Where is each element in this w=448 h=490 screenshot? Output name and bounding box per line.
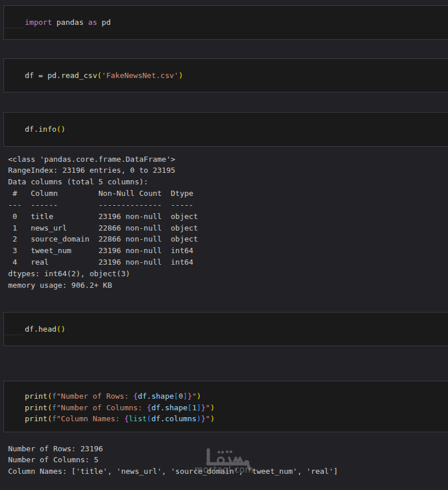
code-cell-df-head[interactable]: df.head() [3, 312, 448, 347]
code-editor-df-head[interactable]: df.head() [4, 313, 448, 346]
cell-gutter-divider [4, 335, 24, 335]
code-cell-import-pandas[interactable]: import pandas as pd [3, 5, 448, 40]
code-editor-df-info[interactable]: df.info() [4, 113, 448, 146]
cell-gutter-divider [4, 28, 24, 28]
code-editor-print-shape[interactable]: print(f"Number of Rows: {df.shape[0]}")p… [4, 381, 448, 432]
code-cell-print-shape[interactable]: print(f"Number of Rows: {df.shape[0]}")p… [3, 381, 448, 432]
code-editor-read-csv[interactable]: df = pd.read_csv('FakeNewsNet.csv') [4, 59, 448, 92]
code-cell-df-info[interactable]: df.info() [3, 112, 448, 147]
output-print-shape: Number of Rows: 23196 Number of Columns:… [0, 432, 448, 478]
code-cell-read-csv[interactable]: df = pd.read_csv('FakeNewsNet.csv') [3, 58, 448, 93]
code-editor-import-pandas[interactable]: import pandas as pd [4, 6, 448, 39]
output-df-info: <class 'pandas.core.frame.DataFrame'> Ra… [0, 147, 448, 312]
notebook-page: { "palette": { "keyword": "#C586C0", "de… [0, 0, 448, 490]
